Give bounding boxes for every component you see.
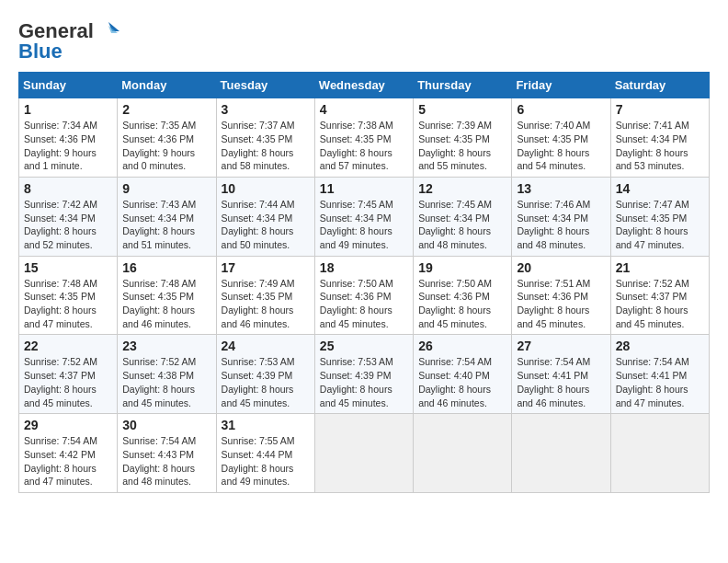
day-detail: Sunrise: 7:45 AMSunset: 4:34 PMDaylight:… — [418, 198, 506, 252]
day-detail: Sunrise: 7:49 AMSunset: 4:35 PMDaylight:… — [222, 277, 310, 331]
day-cell: 26Sunrise: 7:54 AMSunset: 4:40 PMDayligh… — [414, 335, 512, 414]
calendar-table: SundayMondayTuesdayWednesdayThursdayFrid… — [18, 72, 710, 493]
day-cell: 27Sunrise: 7:54 AMSunset: 4:41 PMDayligh… — [512, 335, 610, 414]
day-detail: Sunrise: 7:51 AMSunset: 4:36 PMDaylight:… — [517, 277, 605, 331]
day-cell: 18Sunrise: 7:50 AMSunset: 4:36 PMDayligh… — [314, 256, 413, 335]
day-number: 27 — [517, 339, 605, 353]
week-row-2: 8Sunrise: 7:42 AMSunset: 4:34 PMDaylight… — [19, 177, 710, 256]
day-number: 4 — [320, 102, 408, 117]
day-number: 11 — [320, 181, 408, 196]
day-cell: 15Sunrise: 7:48 AMSunset: 4:35 PMDayligh… — [19, 256, 118, 335]
day-number: 12 — [418, 181, 506, 196]
day-number: 2 — [122, 102, 210, 117]
day-cell: 25Sunrise: 7:53 AMSunset: 4:39 PMDayligh… — [314, 335, 413, 414]
column-header-wednesday: Wednesday — [314, 73, 413, 98]
day-detail: Sunrise: 7:50 AMSunset: 4:36 PMDaylight:… — [418, 277, 506, 331]
day-detail: Sunrise: 7:54 AMSunset: 4:41 PMDaylight:… — [616, 355, 704, 409]
day-detail: Sunrise: 7:41 AMSunset: 4:34 PMDaylight:… — [616, 119, 704, 173]
day-cell — [314, 414, 413, 493]
day-cell — [414, 414, 512, 493]
day-cell: 21Sunrise: 7:52 AMSunset: 4:37 PMDayligh… — [610, 256, 709, 335]
logo: General Blue — [18, 18, 121, 63]
header-row: SundayMondayTuesdayWednesdayThursdayFrid… — [19, 73, 710, 98]
day-number: 29 — [24, 418, 112, 432]
day-number: 8 — [24, 181, 112, 196]
day-detail: Sunrise: 7:50 AMSunset: 4:36 PMDaylight:… — [320, 277, 408, 331]
day-cell: 9Sunrise: 7:43 AMSunset: 4:34 PMDaylight… — [118, 177, 216, 256]
day-cell: 22Sunrise: 7:52 AMSunset: 4:37 PMDayligh… — [19, 335, 118, 414]
day-detail: Sunrise: 7:39 AMSunset: 4:35 PMDaylight:… — [418, 119, 506, 173]
day-number: 10 — [222, 181, 310, 196]
day-cell: 3Sunrise: 7:37 AMSunset: 4:35 PMDaylight… — [216, 98, 314, 178]
day-number: 16 — [122, 260, 210, 275]
day-cell: 13Sunrise: 7:46 AMSunset: 4:34 PMDayligh… — [512, 177, 610, 256]
calendar-header: SundayMondayTuesdayWednesdayThursdayFrid… — [19, 73, 710, 98]
day-cell: 8Sunrise: 7:42 AMSunset: 4:34 PMDaylight… — [19, 177, 118, 256]
day-detail: Sunrise: 7:54 AMSunset: 4:42 PMDaylight:… — [24, 434, 112, 488]
day-cell: 4Sunrise: 7:38 AMSunset: 4:35 PMDaylight… — [314, 98, 413, 178]
day-number: 3 — [222, 102, 310, 117]
day-detail: Sunrise: 7:46 AMSunset: 4:34 PMDaylight:… — [517, 198, 605, 252]
day-cell — [610, 414, 709, 493]
day-number: 26 — [418, 339, 506, 353]
day-number: 30 — [122, 418, 210, 432]
day-number: 28 — [616, 339, 704, 353]
day-number: 15 — [24, 260, 112, 275]
day-cell: 20Sunrise: 7:51 AMSunset: 4:36 PMDayligh… — [512, 256, 610, 335]
day-cell: 16Sunrise: 7:48 AMSunset: 4:35 PMDayligh… — [118, 256, 216, 335]
day-detail: Sunrise: 7:40 AMSunset: 4:35 PMDaylight:… — [517, 119, 605, 173]
column-header-thursday: Thursday — [414, 73, 512, 98]
day-detail: Sunrise: 7:55 AMSunset: 4:44 PMDaylight:… — [222, 434, 310, 488]
day-cell: 5Sunrise: 7:39 AMSunset: 4:35 PMDaylight… — [414, 98, 512, 178]
day-cell: 31Sunrise: 7:55 AMSunset: 4:44 PMDayligh… — [216, 414, 314, 493]
day-cell: 17Sunrise: 7:49 AMSunset: 4:35 PMDayligh… — [216, 256, 314, 335]
day-detail: Sunrise: 7:54 AMSunset: 4:41 PMDaylight:… — [517, 355, 605, 409]
column-header-tuesday: Tuesday — [216, 73, 314, 98]
day-cell: 12Sunrise: 7:45 AMSunset: 4:34 PMDayligh… — [414, 177, 512, 256]
day-detail: Sunrise: 7:48 AMSunset: 4:35 PMDaylight:… — [122, 277, 210, 331]
day-cell: 29Sunrise: 7:54 AMSunset: 4:42 PMDayligh… — [19, 414, 118, 493]
calendar-body: 1Sunrise: 7:34 AMSunset: 4:36 PMDaylight… — [19, 98, 710, 493]
week-row-1: 1Sunrise: 7:34 AMSunset: 4:36 PMDaylight… — [19, 98, 710, 178]
day-cell: 19Sunrise: 7:50 AMSunset: 4:36 PMDayligh… — [414, 256, 512, 335]
day-detail: Sunrise: 7:43 AMSunset: 4:34 PMDaylight:… — [122, 198, 210, 252]
day-number: 23 — [122, 339, 210, 353]
day-detail: Sunrise: 7:54 AMSunset: 4:40 PMDaylight:… — [418, 355, 506, 409]
day-number: 14 — [616, 181, 704, 196]
day-cell: 11Sunrise: 7:45 AMSunset: 4:34 PMDayligh… — [314, 177, 413, 256]
logo-blue: Blue — [18, 40, 121, 63]
week-row-4: 22Sunrise: 7:52 AMSunset: 4:37 PMDayligh… — [19, 335, 710, 414]
day-number: 17 — [222, 260, 310, 275]
day-detail: Sunrise: 7:38 AMSunset: 4:35 PMDaylight:… — [320, 119, 408, 173]
column-header-saturday: Saturday — [610, 73, 709, 98]
day-detail: Sunrise: 7:53 AMSunset: 4:39 PMDaylight:… — [320, 355, 408, 409]
day-number: 5 — [418, 102, 506, 117]
day-number: 18 — [320, 260, 408, 275]
day-number: 6 — [517, 102, 605, 117]
day-detail: Sunrise: 7:35 AMSunset: 4:36 PMDaylight:… — [122, 119, 210, 173]
day-detail: Sunrise: 7:45 AMSunset: 4:34 PMDaylight:… — [320, 198, 408, 252]
day-cell: 10Sunrise: 7:44 AMSunset: 4:34 PMDayligh… — [216, 177, 314, 256]
day-detail: Sunrise: 7:48 AMSunset: 4:35 PMDaylight:… — [24, 277, 112, 331]
day-detail: Sunrise: 7:54 AMSunset: 4:43 PMDaylight:… — [122, 434, 210, 488]
day-detail: Sunrise: 7:52 AMSunset: 4:37 PMDaylight:… — [616, 277, 704, 331]
day-detail: Sunrise: 7:42 AMSunset: 4:34 PMDaylight:… — [24, 198, 112, 252]
day-cell: 2Sunrise: 7:35 AMSunset: 4:36 PMDaylight… — [118, 98, 216, 178]
logo-container: General Blue — [18, 18, 121, 63]
day-cell: 30Sunrise: 7:54 AMSunset: 4:43 PMDayligh… — [118, 414, 216, 493]
day-number: 9 — [122, 181, 210, 196]
day-number: 20 — [517, 260, 605, 275]
day-number: 19 — [418, 260, 506, 275]
day-number: 13 — [517, 181, 605, 196]
column-header-monday: Monday — [118, 73, 216, 98]
week-row-3: 15Sunrise: 7:48 AMSunset: 4:35 PMDayligh… — [19, 256, 710, 335]
day-detail: Sunrise: 7:53 AMSunset: 4:39 PMDaylight:… — [222, 355, 310, 409]
day-cell: 23Sunrise: 7:52 AMSunset: 4:38 PMDayligh… — [118, 335, 216, 414]
day-number: 31 — [222, 418, 310, 432]
day-cell: 1Sunrise: 7:34 AMSunset: 4:36 PMDaylight… — [19, 98, 118, 178]
day-detail: Sunrise: 7:34 AMSunset: 4:36 PMDaylight:… — [24, 119, 112, 173]
day-number: 21 — [616, 260, 704, 275]
day-number: 1 — [24, 102, 112, 117]
column-header-sunday: Sunday — [19, 73, 118, 98]
day-detail: Sunrise: 7:37 AMSunset: 4:35 PMDaylight:… — [222, 119, 310, 173]
